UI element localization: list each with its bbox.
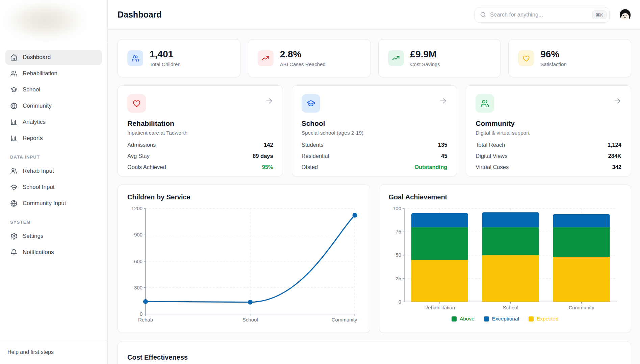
users-icon [10, 70, 18, 77]
service-card-rehabilitation[interactable]: Rehabilitation Inpatient care at Tadwort… [118, 85, 283, 176]
service-title: Rehabilitation [127, 119, 273, 128]
sidebar-item-notifications[interactable]: Notifications [5, 245, 102, 260]
sidebar-item-community[interactable]: Community [5, 99, 102, 113]
sidebar-item-school-input[interactable]: School Input [5, 180, 102, 195]
trending-up-icon [258, 50, 274, 66]
metric-value: 1,124 [608, 142, 621, 148]
svg-text:100: 100 [392, 205, 401, 211]
metric-label: Goals Achieved [127, 164, 166, 170]
heart-icon [518, 50, 534, 66]
svg-text:School: School [242, 317, 258, 323]
service-card-school[interactable]: School Special school (ages 2-19) Studen… [292, 85, 457, 176]
sidebar-item-label: Community [23, 103, 52, 109]
goal-achievement-card: Goal Achievement 0255075100Rehabilitatio… [379, 185, 632, 333]
arrow-right-icon[interactable] [439, 97, 447, 105]
legend-item: Expected [529, 316, 559, 322]
sidebar-item-label: Settings [23, 233, 43, 240]
stat-card-satisfaction: 96% Satisfaction [508, 39, 631, 77]
stat-label: ABI Cases Reached [280, 61, 326, 67]
metric-label: Admissions [127, 142, 156, 148]
stat-card-abi-cases: 2.8% ABI Cases Reached [248, 39, 371, 77]
trending-up-icon [388, 50, 404, 66]
arrow-right-icon[interactable] [265, 97, 273, 105]
sidebar-nav: Dashboard Rehabilitation School Communit… [0, 43, 107, 261]
stat-label: Cost Savings [410, 61, 440, 67]
bar-chart-icon [10, 135, 18, 142]
svg-text:75: 75 [395, 229, 401, 234]
sidebar-item-rehab-input[interactable]: Rehab Input [5, 164, 102, 178]
sidebar-item-dashboard[interactable]: Dashboard [5, 50, 102, 65]
cost-effectiveness-card: Cost Effectiveness [118, 341, 631, 364]
metric-label: Students [302, 142, 324, 148]
help-link[interactable]: Help and first steps [7, 349, 54, 355]
service-subtitle: Digital & virtual support [476, 130, 621, 136]
heart-icon [127, 94, 146, 113]
users-icon [476, 94, 494, 113]
search-box[interactable]: ⌘K [475, 7, 610, 23]
children-by-service-card: Children by Service 03006009001200RehabS… [118, 185, 370, 333]
sidebar-item-label: Rehab Input [23, 168, 54, 174]
metric-label: Ofsted [302, 164, 318, 170]
chart-legend: AboveExceptionalExpected [389, 313, 622, 324]
sidebar-item-label: Rehabilitation [23, 70, 57, 77]
sidebar-item-label: Notifications [23, 249, 54, 256]
gear-icon [10, 232, 18, 240]
stat-value: 1,401 [150, 49, 181, 60]
stat-value: 96% [540, 49, 567, 60]
service-title: Community [476, 119, 621, 128]
section-title: Cost Effectiveness [127, 354, 621, 361]
metric-label: Digital Views [476, 153, 507, 159]
sidebar-item-reports[interactable]: Reports [5, 131, 102, 146]
user-avatar[interactable] [618, 8, 631, 21]
metric-value: 135 [438, 142, 447, 148]
metric-value: 284K [608, 153, 621, 159]
users-icon [127, 50, 143, 66]
chart-title: Goal Achievement [389, 193, 622, 201]
arrow-right-icon[interactable] [613, 97, 621, 105]
svg-text:Community: Community [568, 305, 594, 310]
svg-text:0: 0 [140, 311, 143, 317]
search-icon [480, 11, 486, 18]
service-card-community[interactable]: Community Digital & virtual support Tota… [466, 85, 631, 176]
sidebar: Dashboard Rehabilitation School Communit… [0, 0, 108, 364]
children-by-service-chart: 03006009001200RehabSchoolCommunity [127, 205, 360, 324]
sidebar-item-community-input[interactable]: Community Input [5, 196, 102, 211]
users-icon [10, 167, 18, 175]
svg-text:50: 50 [395, 252, 401, 258]
svg-text:1200: 1200 [131, 205, 143, 211]
bar-chart-icon [10, 118, 18, 126]
sidebar-item-label: School Input [23, 184, 55, 191]
service-title: School [302, 119, 447, 128]
section-label-data-input: DATA INPUT [10, 155, 97, 160]
graduation-cap-icon [10, 86, 18, 93]
logo [0, 0, 107, 43]
keyboard-shortcut-badge: ⌘K [592, 10, 607, 19]
logo-image [5, 1, 86, 40]
sidebar-item-analytics[interactable]: Analytics [5, 115, 102, 130]
svg-text:25: 25 [395, 276, 401, 281]
charts-row: Children by Service 03006009001200RehabS… [118, 185, 631, 333]
avatar-image [618, 8, 631, 21]
svg-text:School: School [503, 305, 518, 310]
legend-swatch [484, 316, 489, 321]
metric-value: 342 [612, 164, 621, 170]
sidebar-item-school[interactable]: School [5, 82, 102, 97]
sidebar-item-rehabilitation[interactable]: Rehabilitation [5, 66, 102, 81]
metric-label: Virtual Cases [476, 164, 509, 170]
sidebar-footer: Help and first steps [0, 340, 107, 364]
main-content: 1,401 Total Children 2.8% ABI Cases Reac… [108, 30, 640, 364]
header: Dashboard ⌘K [108, 0, 640, 30]
sidebar-item-settings[interactable]: Settings [5, 229, 102, 244]
metric-value: 89 days [253, 153, 273, 159]
search-input[interactable] [490, 11, 588, 18]
svg-text:Community: Community [332, 317, 357, 323]
graduation-cap-icon [302, 94, 320, 113]
metric-label: Avg Stay [127, 153, 150, 159]
globe-icon [10, 200, 18, 207]
legend-item: Exceptional [484, 316, 519, 322]
svg-text:Rehab: Rehab [138, 317, 153, 323]
stat-label: Satisfaction [540, 61, 567, 67]
metric-value: 95% [262, 164, 273, 170]
metric-value: 142 [264, 142, 273, 148]
metric-value: 45 [441, 153, 447, 159]
